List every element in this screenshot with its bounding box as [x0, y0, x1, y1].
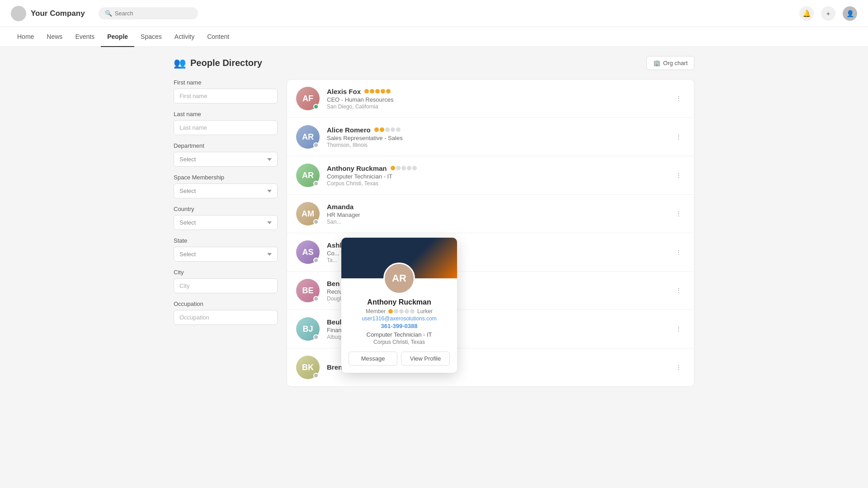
people-directory-icon: 👥 [174, 57, 186, 69]
person-menu-button[interactable]: ⋮ [672, 361, 685, 374]
avatar: AM [296, 202, 320, 225]
search-input[interactable] [115, 10, 192, 17]
person-info: Anthony Ruckman Computer Technician - IT… [327, 164, 672, 187]
filter-department: Department Select [174, 142, 278, 167]
avatar: AR [296, 125, 320, 149]
person-location: Corpus Christi, Texas [327, 180, 672, 187]
status-indicator [313, 219, 319, 225]
last-name-input[interactable] [174, 120, 278, 135]
country-select[interactable]: Select [174, 215, 278, 230]
first-name-label: First name [174, 79, 278, 86]
profile-card-name: Anthony Ruckman [349, 298, 450, 306]
nav-item-home[interactable]: Home [11, 27, 40, 47]
status-indicator [313, 142, 319, 148]
status-indicator [313, 181, 319, 186]
profile-card-member-label: Member [366, 308, 386, 314]
page-header: 👥 People Directory 🏢 Org chart [174, 56, 694, 70]
person-info: Alice Romero Sales Representative - Sale… [327, 126, 672, 148]
filter-first-name: First name [174, 79, 278, 103]
topbar: Your Company 🔍 🔔 + 👤 [0, 0, 868, 27]
message-button[interactable]: Message [349, 352, 397, 366]
person-role: HR Manager [327, 211, 672, 218]
nav-item-activity[interactable]: Activity [168, 27, 201, 47]
user-avatar[interactable]: 👤 [843, 6, 857, 21]
avatar: AS [296, 240, 320, 264]
profile-card-email[interactable]: user1316@axerosolutions.com [349, 315, 450, 322]
content-area: First name Last name Department Select S… [174, 79, 694, 387]
person-menu-button[interactable]: ⋮ [672, 207, 685, 220]
nav-item-content[interactable]: Content [201, 27, 236, 47]
nav-item-spaces[interactable]: Spaces [134, 27, 168, 47]
person-role: Computer Technician - IT [327, 173, 672, 180]
filter-panel: First name Last name Department Select S… [174, 79, 278, 387]
rating-stars [374, 127, 401, 132]
last-name-label: Last name [174, 111, 278, 117]
rating-stars [391, 166, 417, 170]
profile-card-badge: Lurker [417, 308, 433, 314]
page-title: People Directory [190, 58, 262, 68]
person-info: Alexis Fox CEO - Human Resources San Die… [327, 88, 672, 110]
notification-button[interactable]: 🔔 [799, 6, 814, 21]
person-menu-button[interactable]: ⋮ [672, 284, 685, 297]
person-location: San... [327, 219, 672, 225]
filter-occupation: Occupation [174, 300, 278, 325]
profile-card-avatar: AR [383, 263, 415, 294]
add-button[interactable]: + [821, 6, 835, 21]
avatar: AF [296, 87, 320, 110]
first-name-input[interactable] [174, 89, 278, 103]
nav-item-people[interactable]: People [101, 27, 134, 47]
page-container: 👥 People Directory 🏢 Org chart First nam… [163, 47, 705, 396]
company-name: Your Company [31, 9, 85, 18]
people-list: AF Alexis Fox CEO - Human Resources San … [287, 79, 694, 387]
city-label: City [174, 269, 278, 276]
person-menu-button[interactable]: ⋮ [672, 246, 685, 258]
page-title-area: 👥 People Directory [174, 57, 262, 69]
search-bar[interactable]: 🔍 [99, 7, 198, 19]
person-location: Thomson, Illinois [327, 142, 672, 148]
org-chart-button[interactable]: 🏢 Org chart [646, 56, 694, 70]
occupation-input[interactable] [174, 310, 278, 325]
person-name: Alice Romero [327, 126, 672, 134]
table-row: AM Amanda HR Manager San... ⋮ [287, 195, 694, 233]
nav-item-events[interactable]: Events [69, 27, 101, 47]
topbar-logo: Your Company [11, 6, 85, 21]
avatar: BJ [296, 317, 320, 341]
filter-last-name: Last name [174, 111, 278, 135]
status-indicator [313, 258, 319, 263]
person-menu-button[interactable]: ⋮ [672, 169, 685, 182]
state-select[interactable]: Select [174, 247, 278, 262]
state-label: State [174, 237, 278, 244]
profile-card-phone[interactable]: 361-399-0388 [349, 323, 450, 329]
person-menu-button[interactable]: ⋮ [672, 92, 685, 105]
person-info: Amanda HR Manager San... [327, 203, 672, 225]
org-chart-label: Org chart [663, 60, 688, 66]
occupation-label: Occupation [174, 300, 278, 307]
filter-state: State Select [174, 237, 278, 262]
profile-card: AR Anthony Ruckman Member Lurker [341, 238, 457, 373]
department-select[interactable]: Select [174, 152, 278, 167]
person-menu-button[interactable]: ⋮ [672, 323, 685, 335]
person-role: Sales Representative - Sales [327, 135, 672, 141]
topbar-actions: 🔔 + 👤 [799, 6, 857, 21]
status-indicator [313, 334, 319, 340]
filter-country: Country Select [174, 206, 278, 230]
avatar: AR [296, 164, 320, 187]
country-label: Country [174, 206, 278, 212]
filter-city: City [174, 269, 278, 293]
person-name: Alexis Fox [327, 88, 672, 95]
person-name: Amanda [327, 203, 672, 211]
nav-item-news[interactable]: News [40, 27, 69, 47]
department-label: Department [174, 142, 278, 149]
space-membership-label: Space Membership [174, 174, 278, 181]
profile-card-actions: Message View Profile [349, 352, 450, 366]
view-profile-button[interactable]: View Profile [401, 352, 450, 366]
person-location: San Diego, California [327, 103, 672, 110]
space-membership-select[interactable]: Select [174, 183, 278, 198]
table-row: AR Anthony Ruckman Computer Technician -… [287, 156, 694, 195]
city-input[interactable] [174, 278, 278, 293]
rating-stars [364, 89, 391, 94]
profile-card-popup: AR Anthony Ruckman Member Lurker [341, 238, 457, 373]
person-menu-button[interactable]: ⋮ [672, 131, 685, 143]
profile-card-banner: AR [341, 238, 457, 278]
profile-card-location: Corpus Christi, Texas [349, 339, 450, 345]
